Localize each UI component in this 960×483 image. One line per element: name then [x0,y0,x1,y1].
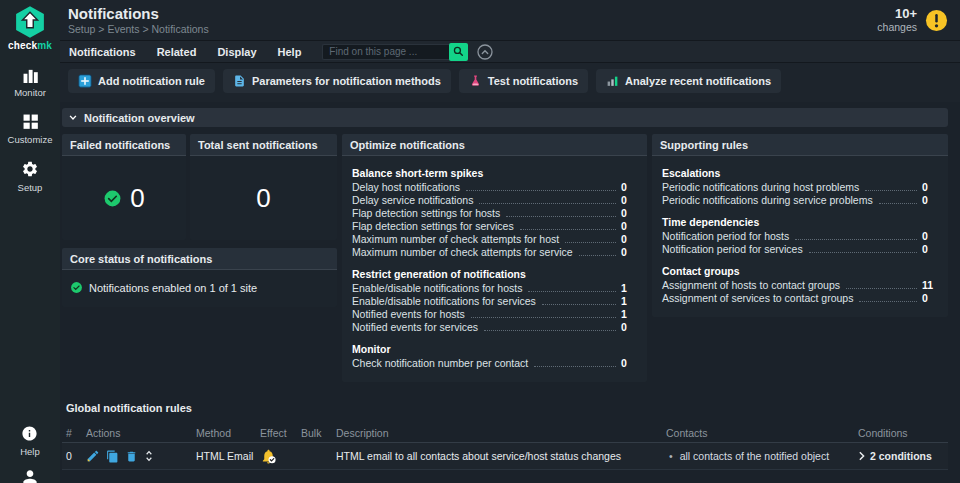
page-title: Notifications [68,5,209,22]
sidebar-item-monitor[interactable]: Monitor [14,66,46,98]
rule-count-item: Enable/disable notifications for service… [352,295,637,308]
rule-link[interactable]: Assignment of services to contact groups [662,292,853,305]
collapse-menu-icon[interactable] [477,44,493,60]
checkmk-logo-icon [13,5,47,39]
rule-count-item: Delay host notifications0 [352,181,637,194]
sidebar-item-customize[interactable]: Customize [8,113,53,145]
rule-count-item: Maximum number of check attempts for hos… [352,233,637,246]
rule-count-item: Periodic notifications during service pr… [662,194,938,207]
main-area: Notifications Setup > Events > Notificat… [60,0,960,483]
dotted-leader [506,216,616,217]
button-label: Parameters for notification methods [252,75,441,87]
rule-link[interactable]: Notification period for hosts [662,230,789,243]
column-header: Effect [260,427,301,439]
sidebar-item-help[interactable]: Help [20,425,40,457]
rule-count: 1 [621,295,637,308]
rule-link[interactable]: Enable/disable notifications for service… [352,295,536,308]
rule-count: 0 [621,194,637,207]
rule-link[interactable]: Periodic notifications during host probl… [662,181,859,194]
rule-count: 0 [922,181,938,194]
rule-link[interactable]: Delay service notifications [352,194,473,207]
add-notification-rule-button[interactable]: Add notification rule [68,69,215,93]
edit-pencil-icon[interactable] [86,449,100,463]
notification-overview-section-toggle[interactable]: Notification overview [62,108,948,127]
column-header: Bulk [301,427,336,439]
chevron-down-icon [68,113,78,122]
rule-count: 0 [922,243,938,256]
move-sort-icon[interactable] [144,449,154,463]
menu-item-help[interactable]: Help [278,46,302,58]
optimize-body: Balance short-term spikes Delay host not… [342,156,647,382]
subsection-heading: Escalations [662,167,938,179]
dotted-leader [795,239,917,240]
rule-link[interactable]: Notified events for services [352,321,478,334]
rule-link[interactable]: Delay host notifications [352,181,460,194]
panel-title: Supporting rules [652,134,948,156]
delete-trash-icon[interactable] [125,450,138,463]
rule-link[interactable]: Assignment of hosts to contact groups [662,279,840,292]
rule-count: 1 [621,308,637,321]
sidebar-item-label: Help [20,446,40,457]
title-block: Notifications Setup > Events > Notificat… [68,5,209,35]
test-notifications-button[interactable]: Test notifications [459,69,588,93]
failed-notifications-value[interactable]: 0 [130,183,144,214]
rule-link[interactable]: Flap detection settings for services [352,220,514,233]
rule-link[interactable]: Maximum number of check attempts for ser… [352,246,573,259]
rule-count-item: Periodic notifications during host probl… [662,181,938,194]
rule-link[interactable]: Notified events for hosts [352,308,465,321]
panel-title: Failed notifications [62,134,186,156]
find-on-page-search [322,43,468,61]
dotted-leader [484,330,616,331]
rule-link[interactable]: Enable/disable notifications for hosts [352,282,522,295]
subsection-heading: Restrict generation of notifications [352,268,637,280]
bar-chart-icon [21,66,40,83]
menu-item-notifications[interactable]: Notifications [69,46,136,58]
dotted-leader [466,190,616,191]
rule-count-item: Assignment of services to contact groups… [662,292,938,305]
copy-icon[interactable] [106,450,119,463]
rule-link[interactable]: Flap detection settings for hosts [352,207,500,220]
column-header: Actions [86,427,196,439]
rule-count: 0 [621,246,637,259]
menu-item-related[interactable]: Related [157,46,197,58]
conditions-link[interactable]: 2 conditions [858,450,948,462]
warning-changes-icon[interactable] [925,9,948,32]
button-label: Add notification rule [98,75,205,87]
rule-link[interactable]: Check notification number per contact [352,357,528,370]
analyze-recent-notifications-button[interactable]: Analyze recent notifications [596,69,781,93]
rule-count: 0 [621,233,637,246]
dotted-leader [879,203,917,204]
rule-count: 0 [922,230,938,243]
rule-count-item: Flap detection settings for hosts0 [352,207,637,220]
total-sent-value[interactable]: 0 [256,183,270,214]
rule-count-item: Notification period for services0 [662,243,938,256]
checkmk-logo[interactable]: checkmk [8,5,52,51]
sidebar-item-label: Monitor [14,87,46,98]
failed-notifications-panel: Failed notifications 0 [62,134,186,240]
menu-bar: Notifications Related Display Help [60,40,960,63]
checkmk-logo-text: checkmk [8,40,52,51]
user-icon [20,467,40,483]
menu-item-display[interactable]: Display [217,46,256,58]
stat-row: Failed notifications 0 T [62,134,337,240]
changes-indicator[interactable]: 10+ changes [877,7,917,34]
bell-notify-icon [260,448,301,465]
panel-title: Total sent notifications [190,134,337,156]
rule-count-item: Notified events for hosts1 [352,308,637,321]
global-notification-rules: Global notification rules # Actions Meth… [62,402,948,470]
rule-link[interactable]: Periodic notifications during service pr… [662,194,873,207]
search-button[interactable] [449,43,468,61]
method-cell: HTML Email [196,450,260,462]
column-header: Method [196,427,260,439]
sidebar-item-user[interactable] [20,467,40,483]
rule-link[interactable]: Maximum number of check attempts for hos… [352,233,559,246]
section-title: Notification overview [84,112,195,124]
search-input[interactable] [322,44,450,60]
dotted-leader [865,190,917,191]
sidebar-item-setup[interactable]: Setup [18,160,43,193]
panel-title: Core status of notifications [62,248,337,270]
parameters-notification-methods-button[interactable]: Parameters for notification methods [223,69,451,93]
failed-notifications-body: 0 [62,156,186,240]
rule-link[interactable]: Notification period for services [662,243,803,256]
column-header: # [66,427,86,439]
